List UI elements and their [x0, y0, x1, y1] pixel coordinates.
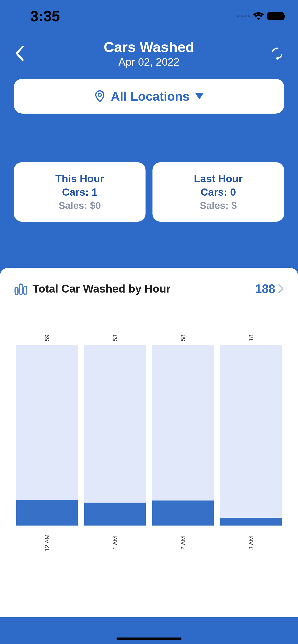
svg-rect-2 — [20, 284, 23, 294]
summary-cards: This Hour Cars: 1 Sales: $0 Last Hour Ca… — [14, 162, 284, 222]
card-title: Last Hour — [157, 173, 279, 185]
page-subtitle-date: Apr 02, 2022 — [104, 56, 194, 68]
card-sales: Sales: $ — [157, 200, 279, 211]
refresh-icon — [271, 47, 283, 60]
status-right — [237, 12, 284, 20]
bar-value-label: 53 — [111, 334, 119, 341]
bar-column[interactable]: 582 AM — [152, 345, 214, 593]
svg-point-0 — [98, 94, 101, 96]
home-indicator[interactable] — [117, 638, 181, 640]
bar-background — [16, 345, 78, 526]
last-hour-card[interactable]: Last Hour Cars: 0 Sales: $ — [152, 162, 284, 222]
bar-value-label: 58 — [179, 334, 187, 341]
bar-column[interactable]: 531 AM — [84, 345, 146, 593]
bar-fill — [16, 500, 78, 526]
bar-column[interactable]: 5912 AM — [16, 345, 78, 593]
chart-area: 5912 AM531 AM582 AM183 AM — [16, 345, 282, 593]
bar-category-label: 12 AM — [37, 534, 58, 552]
chevron-left-icon — [15, 46, 24, 61]
chart-total: 188 — [255, 282, 275, 296]
bar-column[interactable]: 183 AM — [220, 345, 282, 593]
svg-rect-3 — [24, 286, 27, 294]
this-hour-card[interactable]: This Hour Cars: 1 Sales: $0 — [14, 162, 146, 222]
bar-category-label: 2 AM — [173, 536, 194, 550]
page-title-area: Cars Washed Apr 02, 2022 — [104, 39, 194, 68]
header-nav: Cars Washed Apr 02, 2022 — [0, 32, 298, 74]
card-count: Cars: 1 — [19, 186, 141, 198]
chart-title: Total Car Washed by Hour — [33, 282, 255, 295]
location-selector[interactable]: All Locations — [14, 79, 284, 114]
signal-dots-icon — [237, 15, 250, 18]
chart-header[interactable]: Total Car Washed by Hour 188 — [14, 282, 284, 305]
wifi-icon — [253, 12, 264, 20]
bar-background — [152, 345, 214, 526]
refresh-button[interactable] — [269, 45, 285, 62]
status-time: 3:35 — [30, 8, 60, 25]
location-label: All Locations — [111, 89, 189, 104]
card-title: This Hour — [19, 173, 141, 185]
card-count: Cars: 0 — [157, 186, 279, 198]
card-sales: Sales: $0 — [19, 200, 141, 211]
bar-background — [84, 345, 146, 526]
status-bar: 3:35 — [0, 0, 298, 32]
bar-value-label: 59 — [43, 334, 51, 341]
bar-value-label: 18 — [247, 334, 255, 341]
back-button[interactable] — [13, 44, 27, 62]
chevron-right-icon — [277, 284, 284, 293]
bar-fill — [84, 502, 146, 526]
chevron-down-icon — [195, 93, 203, 100]
bar-category-label: 3 AM — [241, 536, 261, 550]
location-pin-icon — [95, 90, 105, 102]
svg-rect-1 — [15, 288, 18, 294]
battery-icon — [267, 12, 284, 20]
bar-background — [220, 345, 282, 526]
bar-chart-icon — [14, 282, 28, 296]
bar-fill — [220, 518, 282, 526]
bar-category-label: 1 AM — [105, 536, 126, 550]
chart-panel: Total Car Washed by Hour 188 5912 AM531 … — [0, 268, 298, 617]
bar-fill — [152, 500, 214, 526]
page-title: Cars Washed — [104, 39, 194, 55]
